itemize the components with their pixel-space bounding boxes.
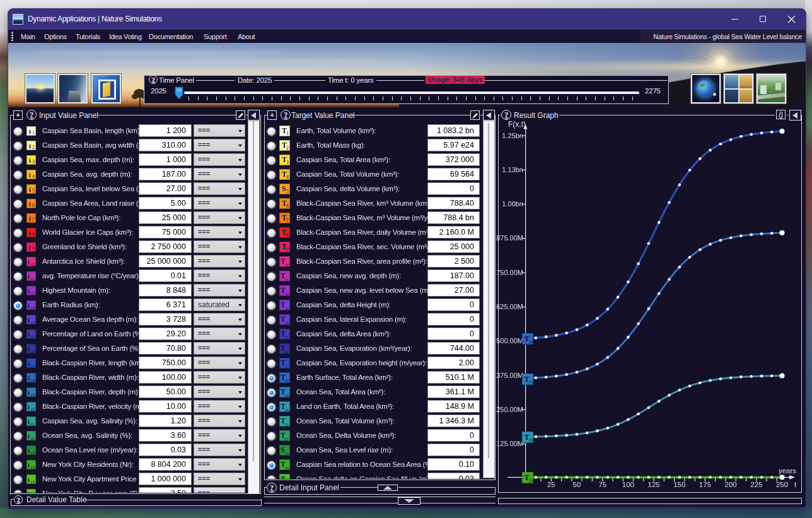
svg-text:75: 75	[598, 481, 606, 488]
svg-text:years: years	[779, 467, 796, 474]
svg-text:250.00M: 250.00M	[496, 406, 523, 413]
svg-text:225: 225	[750, 481, 762, 488]
svg-text:750.00M: 750.00M	[496, 269, 523, 276]
svg-text:150: 150	[673, 481, 685, 488]
svg-text:125.00M: 125.00M	[496, 440, 523, 447]
svg-text:100: 100	[622, 481, 634, 488]
svg-text:50: 50	[573, 481, 581, 488]
svg-text:625.00M: 625.00M	[496, 303, 523, 310]
svg-text:1.00bn: 1.00bn	[502, 200, 523, 208]
svg-text:25: 25	[547, 481, 555, 488]
svg-text:t: t	[794, 481, 797, 488]
svg-text:18: 18	[529, 339, 534, 345]
svg-text:500.00M: 500.00M	[496, 337, 523, 344]
svg-text:250: 250	[776, 481, 788, 488]
svg-text:175: 175	[699, 481, 711, 488]
svg-text:1.25bn: 1.25bn	[502, 132, 523, 139]
svg-text:1.13bn: 1.13bn	[502, 166, 523, 174]
svg-text:19: 19	[529, 380, 534, 386]
svg-text:875.00M: 875.00M	[496, 234, 523, 242]
svg-text:200: 200	[725, 481, 737, 488]
svg-text:24: 24	[529, 478, 534, 484]
svg-text:375.00M: 375.00M	[496, 372, 523, 379]
svg-text:F(x,t): F(x,t)	[508, 120, 526, 129]
svg-text:20: 20	[529, 438, 534, 444]
svg-text:125: 125	[648, 481, 660, 488]
